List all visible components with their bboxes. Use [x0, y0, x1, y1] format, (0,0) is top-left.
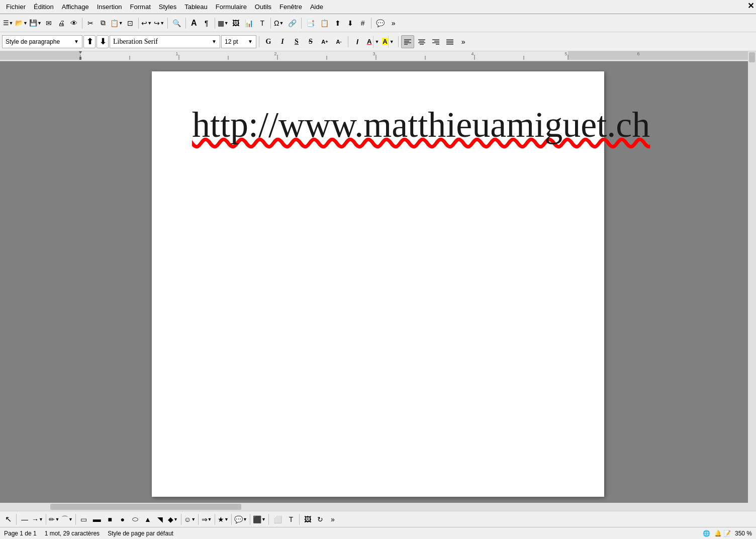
underline-button[interactable]: S: [290, 35, 303, 48]
menu-tableau[interactable]: Tableau: [180, 2, 212, 12]
font-color-icon: A: [365, 38, 373, 45]
textbox-button[interactable]: T: [256, 17, 268, 30]
horizontal-scrollbar[interactable]: [0, 503, 748, 511]
table-button[interactable]: ▦▼: [217, 17, 229, 30]
preview-button[interactable]: 👁: [68, 17, 80, 30]
more-button[interactable]: »: [388, 17, 400, 30]
endnote-button[interactable]: 📋: [318, 17, 331, 30]
highlight-color-button[interactable]: A ▼: [382, 35, 395, 48]
pencil-button[interactable]: ✏▼: [48, 513, 60, 526]
arrow-shapes-button[interactable]: ⇒▼: [201, 513, 213, 526]
fontwork-button[interactable]: A: [188, 17, 200, 30]
save-button[interactable]: 💾▼: [29, 17, 42, 30]
rotate-button[interactable]: ↻: [314, 513, 326, 526]
flowchart-button[interactable]: ⬛▼: [252, 513, 266, 526]
copy-button[interactable]: ⧉: [97, 17, 109, 30]
draw-sep-3: [75, 514, 76, 525]
menu-insertion[interactable]: Insertion: [93, 2, 126, 12]
menu-edition[interactable]: Édition: [30, 2, 58, 12]
smiley-button[interactable]: ☺▼: [183, 513, 196, 526]
page-info: Page 1 de 1: [4, 530, 37, 537]
increase-indent-button[interactable]: ⬆: [83, 35, 96, 48]
page-number-button[interactable]: #: [357, 17, 369, 30]
document-page[interactable]: http://www.matthieuamiguet.ch: [152, 71, 604, 497]
triangle-button[interactable]: ▲: [142, 513, 154, 526]
chart-button[interactable]: 📊: [242, 17, 256, 30]
align-right-button[interactable]: [429, 35, 442, 48]
print-button[interactable]: 🖨: [55, 17, 67, 30]
find-button[interactable]: 🔍: [170, 17, 183, 30]
undo-button[interactable]: ↩▼: [141, 17, 153, 30]
rect-button[interactable]: ▭: [78, 513, 90, 526]
italic-button[interactable]: I: [276, 35, 289, 48]
menu-affichage[interactable]: Affichage: [58, 2, 93, 12]
email-button[interactable]: ✉: [43, 17, 55, 30]
open-button[interactable]: 📂▼: [15, 17, 28, 30]
drawing-toolbar: ↖ — →▼ ✏▼ ⌒▼ ▭ ▬ ■ ● ⬭ ▲ ◥ ◆▼ ☺▼ ⇒▼ ★▼ 💬…: [0, 511, 756, 527]
subscript-button[interactable]: A-: [332, 35, 345, 48]
main-content-area: http://www.matthieuamiguet.ch: [0, 61, 756, 507]
language-icon: 🌐: [703, 530, 710, 537]
square-button[interactable]: ■: [104, 513, 116, 526]
footnote-button[interactable]: 📑: [304, 17, 317, 30]
font-color-arrow[interactable]: ▼: [373, 36, 380, 48]
font-color-button[interactable]: A ▼: [365, 35, 381, 48]
font-size-dropdown[interactable]: 12 pt ▼: [221, 35, 256, 48]
hyperlink-button[interactable]: 🔗: [286, 17, 299, 30]
text-anim-button[interactable]: T: [285, 513, 297, 526]
rounded-rect-button[interactable]: ▬: [90, 513, 104, 526]
paragraph-style-dropdown[interactable]: Style de paragraphe ▼: [2, 35, 82, 48]
frame-button[interactable]: ⬜: [271, 513, 285, 526]
strikethrough-button[interactable]: S: [304, 35, 317, 48]
cut-button[interactable]: ✂: [84, 17, 97, 30]
paste-button[interactable]: 📋▼: [110, 17, 124, 30]
line-button[interactable]: —: [19, 513, 31, 526]
redo-button[interactable]: ↪▼: [153, 17, 165, 30]
align-center-button[interactable]: [415, 35, 428, 48]
select-button[interactable]: ↖: [2, 513, 14, 526]
justify-button[interactable]: [443, 35, 456, 48]
zoom-level: 350 %: [735, 530, 752, 537]
menu-fichier[interactable]: Fichier: [2, 2, 30, 12]
svg-text:2: 2: [274, 51, 276, 56]
menu-aide[interactable]: Aide: [306, 2, 327, 12]
special-char-button[interactable]: Ω▼: [273, 17, 285, 30]
curve-button[interactable]: ⌒▼: [61, 513, 73, 526]
page-header-button[interactable]: ⬆: [332, 17, 344, 30]
page-style: Style de page par défaut: [108, 530, 173, 537]
hscroll-thumb[interactable]: [50, 504, 241, 510]
statusbar-right: 🌐 🔔 📝 350 %: [703, 530, 752, 537]
more-format-button[interactable]: »: [457, 35, 469, 48]
menu-formulaire[interactable]: Formulaire: [212, 2, 251, 12]
align-left-button[interactable]: [401, 35, 414, 48]
menu-fenetre[interactable]: Fenêtre: [275, 2, 306, 12]
superscript-button[interactable]: A+: [318, 35, 331, 48]
paragraph-marks-button[interactable]: ¶: [201, 17, 213, 30]
image-button[interactable]: 🖼: [230, 17, 242, 30]
char-style-button[interactable]: I: [351, 35, 364, 48]
menu-styles[interactable]: Styles: [155, 2, 180, 12]
font-name-dropdown[interactable]: Liberation Serif ▼: [110, 35, 220, 48]
highlight-arrow[interactable]: ▼: [388, 36, 395, 48]
bold-button[interactable]: G: [262, 35, 275, 48]
more-draw-button[interactable]: »: [327, 513, 339, 526]
vertical-scrollbar[interactable]: [748, 51, 756, 511]
line-arrow-button[interactable]: →▼: [31, 513, 44, 526]
clone-button[interactable]: ⊡: [124, 17, 136, 30]
svg-rect-18: [568, 51, 756, 60]
decrease-indent-button[interactable]: ⬇: [97, 35, 109, 48]
star-button[interactable]: ★▼: [217, 513, 229, 526]
callout-button[interactable]: 💬▼: [234, 513, 248, 526]
menu-format[interactable]: Format: [126, 2, 155, 12]
right-triangle-button[interactable]: ◥: [154, 513, 166, 526]
circle-button[interactable]: ●: [117, 513, 129, 526]
new-button[interactable]: ☰▼: [2, 17, 14, 30]
diamond-button[interactable]: ◆▼: [167, 513, 179, 526]
comment-button[interactable]: 💬: [373, 17, 387, 30]
menu-outils[interactable]: Outils: [251, 2, 275, 12]
ellipse-button[interactable]: ⬭: [129, 513, 141, 526]
page-footer-button[interactable]: ⬇: [344, 17, 356, 30]
from-file-button[interactable]: 🖼: [302, 513, 314, 526]
close-button[interactable]: ✕: [747, 1, 754, 11]
vscroll-thumb[interactable]: [749, 52, 755, 62]
